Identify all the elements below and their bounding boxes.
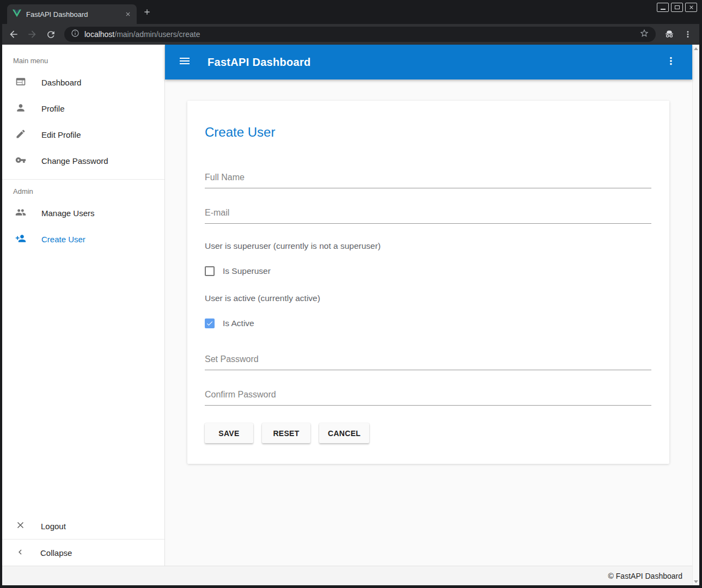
browser-titlebar: FastAPI Dashboard: [2, 0, 699, 24]
checkbox-checked-icon[interactable]: [205, 318, 215, 328]
close-window-icon[interactable]: [685, 3, 697, 12]
set-password-field-wrap: [205, 352, 651, 370]
sidebar-item-create-user[interactable]: Create User: [2, 226, 164, 252]
page-viewport: Main menu Dashboard Profile: [2, 45, 699, 585]
is-active-label: Is Active: [223, 318, 254, 328]
window-controls: [657, 3, 697, 12]
site-info-icon[interactable]: [71, 29, 80, 40]
pencil-icon: [15, 128, 26, 141]
new-tab-icon[interactable]: [143, 8, 151, 16]
logout-x-icon: [15, 520, 26, 532]
key-icon: [15, 155, 26, 167]
sidebar-item-label: Dashboard: [41, 78, 81, 87]
appbar: FastAPI Dashboard: [165, 45, 692, 79]
confirm-password-input[interactable]: [205, 388, 651, 406]
url-bar[interactable]: localhost/main/admin/users/create: [64, 27, 656, 42]
forward-icon[interactable]: [25, 27, 39, 41]
sidebar-item-edit-profile[interactable]: Edit Profile: [2, 121, 164, 148]
hamburger-menu-icon[interactable]: [178, 54, 191, 70]
sidebar-item-collapse[interactable]: Collapse: [2, 540, 164, 566]
sidebar-item-label: Create User: [41, 235, 86, 244]
sidebar-item-label: Change Password: [41, 156, 108, 166]
browser-window: FastAPI Dashboard: [0, 0, 702, 588]
is-superuser-checkbox-row[interactable]: Is Superuser: [205, 266, 651, 276]
appbar-overflow-icon[interactable]: [665, 55, 677, 69]
superuser-hint: User is superuser (currently is not a su…: [205, 241, 651, 251]
sidebar-section-main-menu: Main menu: [2, 57, 164, 65]
is-active-checkbox-row[interactable]: Is Active: [205, 318, 651, 328]
page-content: Create User User is superuser (currently…: [165, 79, 692, 566]
appbar-title: FastAPI Dashboard: [207, 56, 311, 69]
chevron-left-icon: [15, 547, 25, 559]
sidebar-item-logout[interactable]: Logout: [2, 513, 164, 539]
sidebar-item-label: Manage Users: [41, 209, 95, 218]
page-scrollbar[interactable]: [692, 45, 699, 585]
dashboard-icon: [15, 76, 26, 89]
scrollbar-up-icon[interactable]: [694, 47, 698, 50]
form-actions: SAVE RESET CANCEL: [205, 423, 651, 443]
main-area: FastAPI Dashboard Create User: [165, 45, 692, 566]
reset-button[interactable]: RESET: [262, 423, 310, 443]
vue-logo-icon: [13, 9, 21, 20]
email-field-wrap: [205, 206, 651, 224]
url-path: /main/admin/users/create: [114, 30, 200, 39]
sidebar-item-profile[interactable]: Profile: [2, 95, 164, 121]
browser-tab[interactable]: FastAPI Dashboard: [7, 4, 137, 24]
page-title: Create User: [205, 125, 651, 140]
email-input[interactable]: [205, 206, 651, 224]
sidebar: Main menu Dashboard Profile: [2, 45, 165, 566]
copyright-text: © FastAPI Dashboard: [608, 572, 682, 580]
page-footer: © FastAPI Dashboard: [2, 566, 692, 585]
reload-icon[interactable]: [44, 27, 58, 41]
tab-close-icon[interactable]: [125, 11, 131, 17]
sidebar-section-admin: Admin: [2, 187, 164, 195]
bookmark-star-icon[interactable]: [639, 28, 649, 40]
full-name-input[interactable]: [205, 170, 651, 188]
browser-menu-icon[interactable]: [681, 27, 695, 41]
is-superuser-label: Is Superuser: [223, 266, 271, 276]
sidebar-divider: [2, 179, 164, 180]
url-text[interactable]: localhost/main/admin/users/create: [84, 30, 634, 39]
full-name-field-wrap: [205, 170, 651, 188]
scrollbar-down-icon[interactable]: [694, 580, 698, 583]
sidebar-item-change-password[interactable]: Change Password: [2, 148, 164, 174]
create-user-card: Create User User is superuser (currently…: [187, 101, 669, 464]
tab-title: FastAPI Dashboard: [26, 10, 120, 19]
browser-toolbar: localhost/main/admin/users/create: [2, 24, 699, 45]
sidebar-item-label: Profile: [41, 104, 65, 113]
sidebar-item-dashboard[interactable]: Dashboard: [2, 69, 164, 95]
incognito-icon: [662, 27, 676, 41]
url-host: localhost: [84, 30, 114, 39]
sidebar-item-label: Edit Profile: [41, 130, 81, 139]
back-icon[interactable]: [7, 27, 21, 41]
set-password-input[interactable]: [205, 352, 651, 370]
sidebar-item-manage-users[interactable]: Manage Users: [2, 200, 164, 226]
sidebar-item-label: Logout: [41, 522, 66, 531]
cancel-button[interactable]: CANCEL: [319, 423, 369, 443]
active-hint: User is active (currently active): [205, 293, 651, 303]
minimize-icon[interactable]: [657, 3, 669, 12]
confirm-password-field-wrap: [205, 388, 651, 406]
maximize-icon[interactable]: [671, 3, 683, 12]
sidebar-item-label: Collapse: [40, 548, 72, 558]
person-add-icon: [15, 233, 26, 246]
save-button[interactable]: SAVE: [205, 423, 253, 443]
people-icon: [15, 207, 26, 219]
checkbox-unchecked-icon[interactable]: [205, 266, 215, 276]
person-icon: [15, 102, 26, 115]
